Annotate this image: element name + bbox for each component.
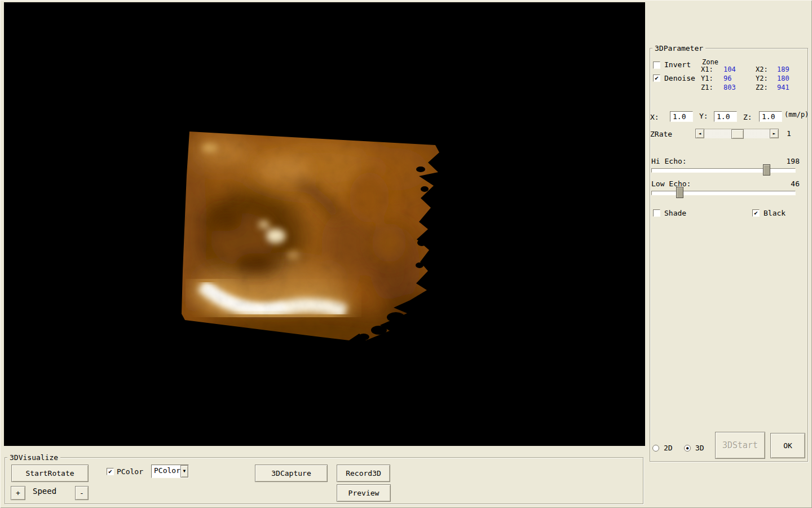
preview-button[interactable]: Preview xyxy=(337,484,391,502)
scale-x-label: X: xyxy=(650,113,659,121)
zone-z1-label: Z1: xyxy=(701,84,723,91)
scale-y-label: Y: xyxy=(699,112,708,120)
zone-z2-value: 941 xyxy=(777,84,801,91)
zone-y1-value: 96 xyxy=(723,75,756,82)
zone-z1-value: 803 xyxy=(723,84,756,91)
black-checkbox[interactable]: ✔ xyxy=(752,209,760,217)
scale-y-input[interactable] xyxy=(714,111,737,122)
zrate-scroll-track[interactable] xyxy=(704,129,770,138)
ultrasound-render xyxy=(4,2,645,446)
zone-y2-label: Y2: xyxy=(756,75,777,82)
invert-label: Invert xyxy=(664,60,691,69)
3dvisualize-title: 3DVisualize xyxy=(7,453,60,462)
zrate-scroll-right-button[interactable]: ► xyxy=(770,129,779,138)
invert-checkbox[interactable] xyxy=(653,62,660,69)
app-window: { "colors": { "window_bg": "#ece9d8", "v… xyxy=(0,0,812,508)
zone-x1-label: X1: xyxy=(701,66,723,73)
zone-y2-value: 180 xyxy=(777,75,801,82)
mode-3d-radio[interactable]: ● xyxy=(684,445,691,452)
3dparameter-title: 3DParameter xyxy=(652,44,705,52)
shade-checkbox[interactable] xyxy=(653,209,660,217)
mode-3d-radio-dot: ● xyxy=(686,446,689,450)
zone-readout: X1: 104 X2: 189 Y1: 96 Y2: 180 Z1: 803 Z… xyxy=(701,66,801,91)
pcolor-check-glyph: ✔ xyxy=(108,468,112,475)
zrate-label: ZRate xyxy=(650,130,672,138)
speed-minus-button[interactable]: - xyxy=(75,486,89,500)
scale-z-input[interactable] xyxy=(759,111,782,122)
ok-button[interactable]: OK xyxy=(770,433,805,458)
scale-unit-label: (mm/p) xyxy=(784,111,809,119)
hi-echo-slider-track[interactable] xyxy=(651,168,796,173)
low-echo-slider-thumb[interactable] xyxy=(676,187,683,198)
start-rotate-button[interactable]: StartRotate xyxy=(11,465,89,482)
scroll-right-icon: ► xyxy=(773,132,776,136)
pcolor-dropdown-value: PColor xyxy=(152,465,180,478)
zrate-scrollbar[interactable]: ◄ ► xyxy=(695,129,779,138)
mode-3d-label: 3D xyxy=(695,444,704,452)
scale-x-input[interactable] xyxy=(670,111,693,122)
denoise-checkbox[interactable]: ✔ xyxy=(653,75,660,82)
3dstart-button[interactable]: 3DStart xyxy=(715,432,765,459)
3dcapture-button[interactable]: 3DCapture xyxy=(255,465,328,482)
zone-x1-value: 104 xyxy=(723,66,756,73)
denoise-label: Denoise xyxy=(664,74,695,82)
zrate-value: 1 xyxy=(787,129,791,138)
zone-x2-label: X2: xyxy=(756,66,777,73)
zone-y1-label: Y1: xyxy=(701,75,723,82)
pcolor-dropdown-button[interactable]: ▼ xyxy=(180,465,188,478)
speed-label: Speed xyxy=(33,487,56,496)
low-echo-slider-track[interactable] xyxy=(651,191,796,195)
zone-x2-value: 189 xyxy=(777,66,801,73)
zrate-scroll-thumb[interactable] xyxy=(731,129,744,139)
hi-echo-slider[interactable] xyxy=(651,164,796,176)
low-echo-slider[interactable] xyxy=(651,187,796,198)
shade-label: Shade xyxy=(664,209,686,217)
3d-viewport[interactable] xyxy=(4,2,645,446)
chevron-down-icon: ▼ xyxy=(183,469,186,474)
pcolor-dropdown[interactable]: PColor ▼ xyxy=(151,465,189,478)
zone-title: Zone xyxy=(702,58,718,66)
zone-z2-label: Z2: xyxy=(756,84,777,91)
scale-z-label: Z: xyxy=(743,113,752,121)
black-label: Black xyxy=(764,209,785,217)
mode-2d-radio[interactable] xyxy=(652,445,659,452)
record3d-button[interactable]: Record3D xyxy=(337,465,390,482)
denoise-check-glyph: ✔ xyxy=(655,75,659,82)
pcolor-label: PColor xyxy=(117,467,143,476)
mode-2d-label: 2D xyxy=(664,444,673,452)
3dparameter-groupbox: 3DParameter xyxy=(650,48,808,462)
pcolor-checkbox[interactable]: ✔ xyxy=(107,468,114,475)
black-check-glyph: ✔ xyxy=(754,209,758,217)
hi-echo-slider-thumb[interactable] xyxy=(763,164,770,176)
zrate-scroll-left-button[interactable]: ◄ xyxy=(695,129,704,138)
scroll-left-icon: ◄ xyxy=(699,132,701,136)
speed-plus-button[interactable]: + xyxy=(11,486,25,500)
